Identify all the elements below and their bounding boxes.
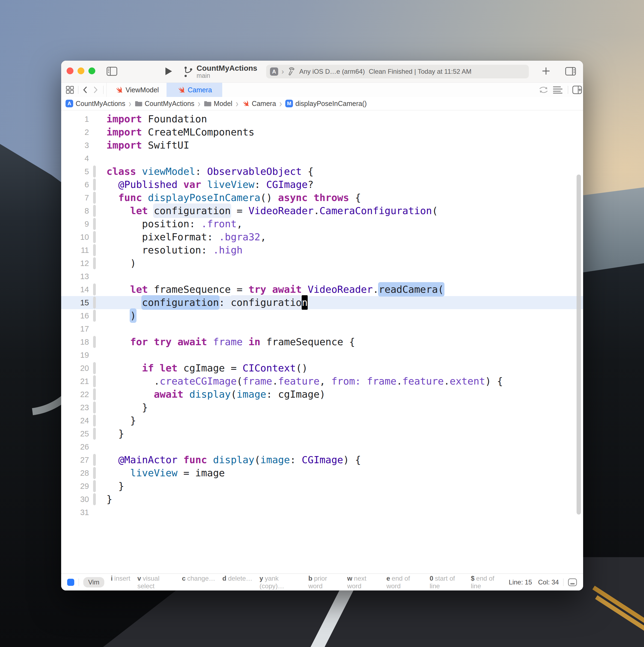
- code-line[interactable]: 27 @MainActor func display(image: CGImag…: [61, 453, 583, 466]
- jumpbar-item-file[interactable]: Camera: [242, 100, 276, 107]
- line-number[interactable]: 6: [61, 178, 92, 191]
- line-number[interactable]: 19: [61, 349, 92, 362]
- code-line[interactable]: 19: [61, 349, 583, 362]
- line-number[interactable]: 23: [61, 401, 92, 414]
- scheme-status-pill[interactable]: A › Any iOS D…e (arm64) Clean Finished |…: [266, 65, 529, 78]
- code-line[interactable]: 21 .createCGImage(frame.feature, from: f…: [61, 375, 583, 388]
- line-number[interactable]: 7: [61, 191, 92, 204]
- line-number[interactable]: 3: [61, 139, 92, 152]
- code-line[interactable]: 10 pixelFormat: .bgra32,: [61, 230, 583, 243]
- code-line[interactable]: 5class viewModel: ObservableObject {: [61, 165, 583, 178]
- code-line[interactable]: 16 ): [61, 309, 583, 322]
- code-line[interactable]: 23 }: [61, 401, 583, 414]
- app-scheme-icon[interactable]: A: [270, 67, 278, 76]
- close-window-button[interactable]: [67, 67, 73, 74]
- add-editor-split-icon[interactable]: [572, 85, 582, 94]
- line-number[interactable]: 24: [61, 414, 92, 427]
- tab-viewmodel[interactable]: ViewModel: [106, 83, 167, 97]
- code-line[interactable]: 9 position: .front,: [61, 217, 583, 230]
- code-line[interactable]: 3import SwiftUI: [61, 139, 583, 152]
- go-forward-icon[interactable]: [93, 86, 98, 94]
- line-number[interactable]: 22: [61, 388, 92, 401]
- code-line[interactable]: 31: [61, 506, 583, 519]
- code-text: if let cgImage = CIContext(): [98, 362, 308, 375]
- line-number[interactable]: 14: [61, 283, 92, 296]
- code-line[interactable]: 28 liveView = image: [61, 466, 583, 480]
- code-line[interactable]: 2import CreateMLComponents: [61, 126, 583, 139]
- line-number[interactable]: 30: [61, 493, 92, 506]
- line-number[interactable]: 10: [61, 230, 92, 243]
- change-bar: [92, 493, 98, 506]
- change-bar: [92, 427, 98, 440]
- vim-hint: cchange…: [182, 575, 215, 590]
- line-number[interactable]: 1: [61, 113, 92, 126]
- line-number[interactable]: 29: [61, 480, 92, 493]
- line-number[interactable]: 5: [61, 165, 92, 178]
- line-number[interactable]: 25: [61, 427, 92, 440]
- jumpbar-item-method[interactable]: M displayPoseInCamera(): [285, 100, 367, 107]
- code-line[interactable]: 13: [61, 270, 583, 283]
- code-line[interactable]: 29 }: [61, 480, 583, 493]
- line-number[interactable]: 8: [61, 204, 92, 217]
- line-number[interactable]: 31: [61, 506, 92, 519]
- chevron-right-icon: ›: [281, 67, 284, 76]
- line-number[interactable]: 18: [61, 335, 92, 349]
- code-line[interactable]: 11 resolution: .high: [61, 243, 583, 257]
- code-line[interactable]: 17: [61, 322, 583, 335]
- line-number[interactable]: 4: [61, 152, 92, 165]
- code-line[interactable]: 12 ): [61, 257, 583, 270]
- adjust-editor-options-icon[interactable]: [553, 86, 563, 94]
- source-editor[interactable]: 1import Foundation2import CreateMLCompon…: [61, 110, 583, 574]
- zoom-window-button[interactable]: [88, 67, 95, 74]
- line-number[interactable]: 11: [61, 243, 92, 257]
- code-line[interactable]: 26: [61, 440, 583, 453]
- run-button[interactable]: [165, 67, 172, 76]
- keyboard-panel-icon[interactable]: [568, 578, 577, 586]
- code-line[interactable]: 1import Foundation: [61, 113, 583, 126]
- code-line[interactable]: 4: [61, 152, 583, 165]
- code-line[interactable]: 25 }: [61, 427, 583, 440]
- build-status-label[interactable]: Clean Finished | Today at 11:52 AM: [369, 68, 472, 75]
- line-number[interactable]: 26: [61, 440, 92, 453]
- change-bar: [92, 414, 98, 427]
- divider: [78, 86, 78, 94]
- code-line[interactable]: 24 }: [61, 414, 583, 427]
- line-number[interactable]: 2: [61, 126, 92, 139]
- code-line[interactable]: 20 if let cgImage = CIContext(): [61, 362, 583, 375]
- toggle-navigator-sidebar-icon[interactable]: [106, 67, 117, 76]
- related-editors-arrows-icon[interactable]: [539, 86, 548, 94]
- run-destination-label[interactable]: Any iOS D…e (arm64): [299, 68, 365, 75]
- line-number[interactable]: 15: [61, 296, 92, 309]
- code-line[interactable]: 14 let frameSequence = try await VideoRe…: [61, 283, 583, 296]
- go-back-icon[interactable]: [82, 86, 88, 94]
- toggle-inspector-sidebar-icon[interactable]: [565, 67, 576, 76]
- code-line[interactable]: 8 let configuration = VideoReader.Camera…: [61, 204, 583, 217]
- line-number[interactable]: 12: [61, 257, 92, 270]
- line-number[interactable]: 13: [61, 270, 92, 283]
- jumpbar-item-group[interactable]: Model: [204, 100, 232, 107]
- library-plus-button[interactable]: [542, 67, 550, 75]
- jumpbar-item-group[interactable]: CountMyActions: [135, 100, 194, 107]
- code-line[interactable]: 7 func displayPoseInCamera() async throw…: [61, 191, 583, 204]
- line-number[interactable]: 27: [61, 453, 92, 466]
- chevron-right-icon: ›: [279, 98, 282, 110]
- line-number[interactable]: 16: [61, 309, 92, 322]
- project-title-block[interactable]: CountMyActions main: [196, 64, 257, 79]
- line-number[interactable]: 20: [61, 362, 92, 375]
- minimize-window-button[interactable]: [78, 67, 84, 74]
- related-items-grid-icon[interactable]: [66, 85, 74, 94]
- code-line[interactable]: 15 configuration: configuration: [61, 296, 583, 309]
- code-line[interactable]: 22 await display(image: cgImage): [61, 388, 583, 401]
- jumpbar-item-project[interactable]: A CountMyActions: [66, 100, 125, 107]
- tab-camera[interactable]: Camera: [167, 83, 222, 97]
- code-line[interactable]: 30}: [61, 493, 583, 506]
- code-line[interactable]: 18 for try await frame in frameSequence …: [61, 335, 583, 349]
- line-number[interactable]: 21: [61, 375, 92, 388]
- line-col-indicator[interactable]: Line: 15 Col: 34: [509, 578, 559, 586]
- line-number[interactable]: 9: [61, 217, 92, 230]
- editor-scrollbar[interactable]: [577, 174, 581, 514]
- vim-hint: vvisual select: [137, 575, 175, 590]
- line-number[interactable]: 28: [61, 466, 92, 480]
- code-line[interactable]: 6 @Published var liveView: CGImage?: [61, 178, 583, 191]
- line-number[interactable]: 17: [61, 322, 92, 335]
